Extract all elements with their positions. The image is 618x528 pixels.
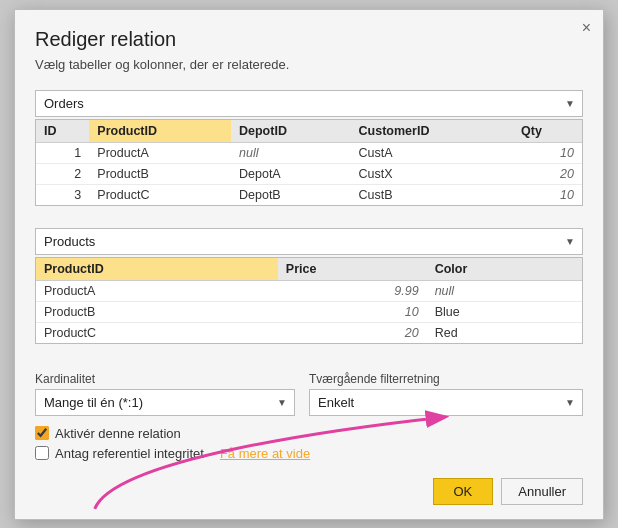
cardinality-col: Kardinalitet Mange til én (*:1) ▼: [35, 372, 295, 418]
bottom-section: Kardinalitet Mange til én (*:1) ▼ Tværgå…: [15, 366, 603, 461]
dialog-subtitle: Vælg tabeller og kolonner, der er relate…: [35, 57, 583, 72]
dialog: × Rediger relation Vælg tabeller og kolo…: [14, 9, 604, 520]
filter-label: Tværgående filterretning: [309, 372, 583, 386]
table1-dropdown-wrapper: Orders ▼: [35, 90, 583, 117]
table1-col-productid: ProductID: [89, 120, 231, 143]
table2-col-color: Color: [427, 258, 582, 281]
table2-col-price: Price: [278, 258, 427, 281]
cardinality-label: Kardinalitet: [35, 372, 295, 386]
dialog-header: Rediger relation Vælg tabeller og kolonn…: [15, 10, 603, 90]
filter-col: Tværgående filterretning Enkelt ▼: [309, 372, 583, 418]
close-button[interactable]: ×: [582, 20, 591, 36]
table2-dropdown[interactable]: Products: [35, 228, 583, 255]
table-row: ProductB 10 Blue: [36, 301, 582, 322]
table1-col-depotid: DepotID: [231, 120, 351, 143]
table1-col-qty: Qty: [513, 120, 582, 143]
table-row: ProductC 20 Red: [36, 322, 582, 343]
filter-dropdown[interactable]: Enkelt: [309, 389, 583, 416]
dropdowns-row: Kardinalitet Mange til én (*:1) ▼ Tværgå…: [35, 372, 583, 418]
table2: ProductID Price Color ProductA 9.99 null…: [36, 258, 582, 343]
activate-relation-label: Aktivér denne relation: [55, 426, 181, 441]
table1-wrapper: ID ProductID DepotID CustomerID Qty 1 Pr…: [35, 119, 583, 206]
table1-col-customerid: CustomerID: [351, 120, 513, 143]
referential-integrity-checkbox[interactable]: [35, 446, 49, 460]
cancel-button[interactable]: Annuller: [501, 478, 583, 505]
cardinality-dropdown-wrapper: Mange til én (*:1) ▼: [35, 389, 295, 416]
learn-more-link[interactable]: Få mere at vide: [220, 446, 310, 461]
table2-col-productid: ProductID: [36, 258, 278, 281]
table-row: 3 ProductC DepotB CustB 10: [36, 184, 582, 205]
table2-section: Products ▼ ProductID Price Color Product…: [15, 228, 603, 366]
dialog-title: Rediger relation: [35, 28, 583, 51]
referential-integrity-label: Antag referentiel integritet: [55, 446, 204, 461]
cardinality-dropdown[interactable]: Mange til én (*:1): [35, 389, 295, 416]
checkbox1-row: Aktivér denne relation: [35, 426, 583, 441]
table2-dropdown-wrapper: Products ▼: [35, 228, 583, 255]
table-row: ProductA 9.99 null: [36, 280, 582, 301]
checkbox2-row: Antag referentiel integritet Få mere at …: [35, 446, 583, 461]
table-row: 2 ProductB DepotA CustX 20: [36, 163, 582, 184]
ok-button[interactable]: OK: [433, 478, 494, 505]
table1: ID ProductID DepotID CustomerID Qty 1 Pr…: [36, 120, 582, 205]
table-row: 1 ProductA null CustA 10: [36, 142, 582, 163]
table2-wrapper: ProductID Price Color ProductA 9.99 null…: [35, 257, 583, 344]
table1-dropdown[interactable]: Orders: [35, 90, 583, 117]
table1-col-id: ID: [36, 120, 89, 143]
activate-relation-checkbox[interactable]: [35, 426, 49, 440]
table1-section: Orders ▼ ID ProductID DepotID CustomerID…: [15, 90, 603, 228]
dialog-footer: OK Annuller: [15, 466, 603, 519]
filter-dropdown-wrapper: Enkelt ▼: [309, 389, 583, 416]
